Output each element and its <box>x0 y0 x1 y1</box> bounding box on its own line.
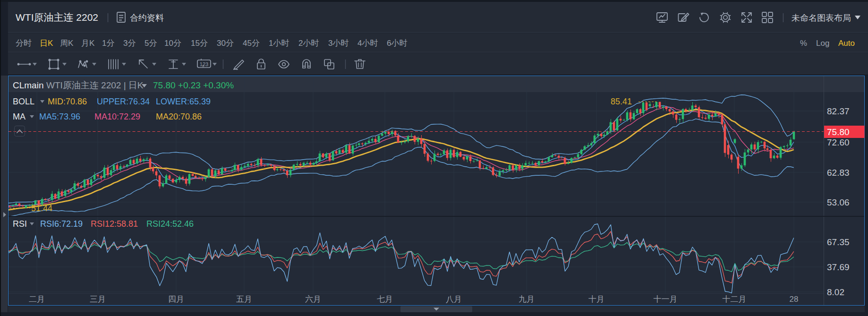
svg-text:30分: 30分 <box>217 39 234 48</box>
svg-text:日K: 日K <box>40 39 53 48</box>
svg-text:2小时: 2小时 <box>298 39 319 48</box>
svg-text:45分: 45分 <box>243 39 260 48</box>
svg-text:分时: 分时 <box>16 39 32 48</box>
svg-text:10分: 10分 <box>164 39 181 48</box>
svg-text:MID:70.86: MID:70.86 <box>48 97 87 106</box>
svg-text:Log: Log <box>816 39 829 48</box>
svg-text:CLmain: CLmain <box>13 80 43 90</box>
svg-text:月K: 月K <box>81 39 95 48</box>
svg-text:合约资料: 合约资料 <box>130 13 164 23</box>
svg-text:%: % <box>800 39 807 48</box>
svg-text:1分: 1分 <box>102 39 114 48</box>
svg-text:RSI24:52.46: RSI24:52.46 <box>146 219 194 229</box>
svg-text:MA5:73.96: MA5:73.96 <box>39 112 80 121</box>
svg-text:周K: 周K <box>60 39 74 48</box>
svg-text:MA: MA <box>13 112 26 121</box>
svg-text:WTI原油主连 2202: WTI原油主连 2202 <box>16 12 98 23</box>
svg-text:RSI12:58.81: RSI12:58.81 <box>91 219 138 229</box>
svg-text:RSI: RSI <box>13 219 27 229</box>
svg-text:WTI原油主连 2202 | 日K: WTI原油主连 2202 | 日K <box>46 80 144 90</box>
svg-text:3分: 3分 <box>123 39 136 48</box>
svg-text:Auto: Auto <box>838 39 855 48</box>
svg-text:MA10:72.29: MA10:72.29 <box>94 112 140 121</box>
svg-text:5分: 5分 <box>145 39 157 48</box>
svg-text:6小时: 6小时 <box>387 39 407 48</box>
svg-text:3小时: 3小时 <box>328 39 349 48</box>
svg-text:BOLL: BOLL <box>13 97 34 106</box>
svg-text:1小时: 1小时 <box>269 39 289 48</box>
svg-text:75.80 +0.23 +0.30%: 75.80 +0.23 +0.30% <box>153 80 234 90</box>
svg-text:未命名图表布局: 未命名图表布局 <box>791 13 851 23</box>
svg-text:RSI6:72.19: RSI6:72.19 <box>40 219 83 229</box>
svg-text:LOWER:65.39: LOWER:65.39 <box>156 97 211 106</box>
svg-text:MA20:70.86: MA20:70.86 <box>156 112 202 121</box>
svg-text:15分: 15分 <box>191 39 208 48</box>
svg-text:123: 123 <box>200 61 208 67</box>
svg-text:UPPER:76.34: UPPER:76.34 <box>97 97 150 106</box>
svg-text:4小时: 4小时 <box>357 39 378 48</box>
